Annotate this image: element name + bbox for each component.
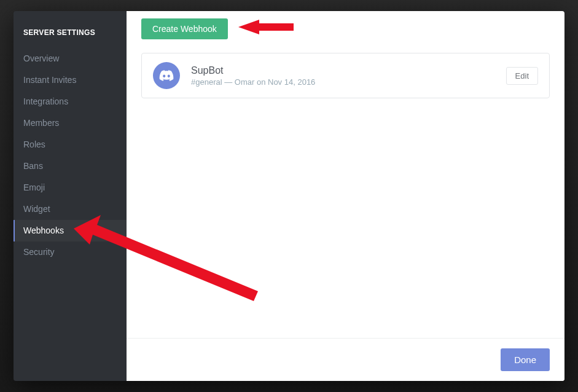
sidebar-item-members[interactable]: Members — [14, 112, 127, 134]
sidebar-item-widget[interactable]: Widget — [14, 198, 127, 220]
webhook-info: SupBot #general — Omar on Nov 14, 2016 — [191, 65, 495, 87]
content-body: Create Webhook SupBot #general — Omar on… — [127, 11, 564, 338]
webhook-avatar — [153, 62, 180, 89]
webhook-list-item: SupBot #general — Omar on Nov 14, 2016 E… — [141, 53, 550, 98]
settings-sidebar: SERVER SETTINGS Overview Instant Invites… — [14, 11, 127, 381]
sidebar-item-roles[interactable]: Roles — [14, 134, 127, 155]
edit-webhook-button[interactable]: Edit — [506, 67, 538, 85]
webhook-name: SupBot — [191, 65, 495, 76]
content-pane: Create Webhook SupBot #general — Omar on… — [127, 11, 564, 381]
webhook-meta: #general — Omar on Nov 14, 2016 — [191, 77, 495, 87]
sidebar-item-webhooks[interactable]: Webhooks — [14, 220, 127, 241]
create-webhook-button[interactable]: Create Webhook — [141, 18, 228, 39]
content-footer: Done — [127, 338, 564, 381]
sidebar-item-integrations[interactable]: Integrations — [14, 91, 127, 112]
sidebar-item-emoji[interactable]: Emoji — [14, 177, 127, 198]
discord-icon — [158, 68, 174, 84]
done-button[interactable]: Done — [501, 348, 550, 371]
sidebar-item-overview[interactable]: Overview — [14, 48, 127, 69]
sidebar-header: SERVER SETTINGS — [14, 28, 127, 48]
sidebar-item-security[interactable]: Security — [14, 241, 127, 263]
server-settings-modal: SERVER SETTINGS Overview Instant Invites… — [14, 11, 564, 381]
sidebar-item-instant-invites[interactable]: Instant Invites — [14, 69, 127, 91]
sidebar-item-bans[interactable]: Bans — [14, 155, 127, 177]
